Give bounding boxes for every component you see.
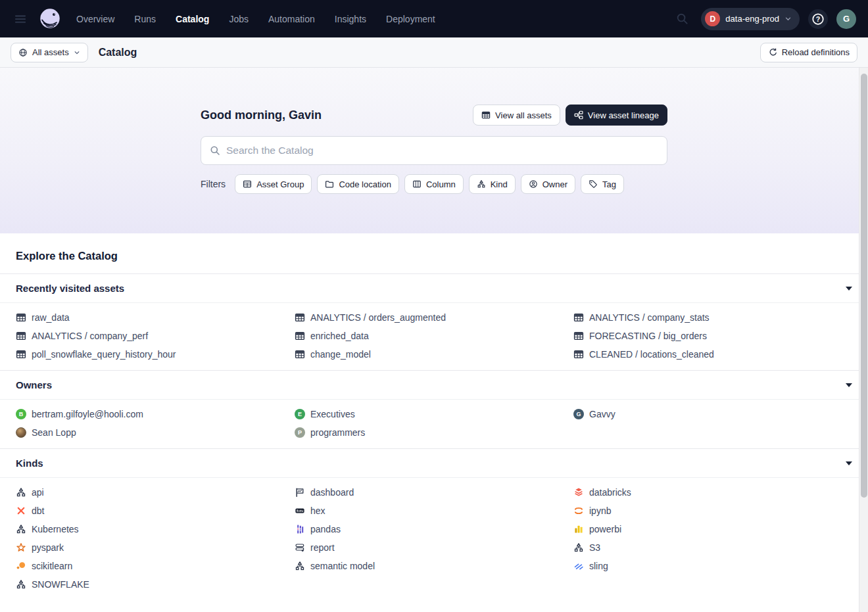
- owner-link[interactable]: GGavvy: [573, 405, 852, 423]
- owners-list: Bbertram.gilfoyle@hooli.com EExecutives …: [0, 400, 868, 448]
- pyspark-icon: [16, 542, 26, 553]
- kinds-header[interactable]: Kinds: [0, 449, 868, 478]
- folder-icon: [325, 179, 334, 189]
- table-icon: [16, 331, 26, 341]
- owner-link[interactable]: Sean Lopp: [16, 423, 295, 442]
- recently-visited-list: raw_data ANALYTICS / orders_augmented AN…: [0, 303, 868, 370]
- kind-link[interactable]: dbt: [16, 502, 295, 520]
- kinds-title: Kinds: [16, 458, 43, 469]
- reload-icon: [768, 48, 777, 57]
- asset-link[interactable]: FORECASTING / big_orders: [573, 327, 852, 345]
- hex-icon: [295, 506, 305, 516]
- owner-photo-avatar: [16, 427, 26, 438]
- page-title: Catalog: [99, 47, 137, 59]
- nav-item-catalog[interactable]: Catalog: [176, 14, 209, 24]
- kind-icon: [16, 487, 26, 498]
- nav-item-jobs[interactable]: Jobs: [229, 14, 249, 24]
- asset-link[interactable]: poll_snowflake_query_history_hour: [16, 345, 295, 364]
- asset-link[interactable]: enriched_data: [295, 327, 573, 345]
- kind-link[interactable]: scikitlearn: [16, 557, 295, 575]
- page-header: All assets Catalog Reload definitions: [0, 37, 868, 68]
- dbt-icon: [16, 506, 26, 516]
- kinds-section: Kinds api dashboard databricks dbt hex i…: [0, 448, 868, 600]
- nav-item-runs[interactable]: Runs: [134, 14, 156, 24]
- nav-item-automation[interactable]: Automation: [268, 14, 315, 24]
- view-all-assets-button[interactable]: View all assets: [473, 105, 560, 126]
- catalog-search-input[interactable]: [226, 145, 658, 156]
- owner-link[interactable]: Bbertram.gilfoyle@hooli.com: [16, 405, 295, 423]
- kind-link[interactable]: databricks: [573, 483, 852, 502]
- filter-kind[interactable]: Kind: [469, 174, 516, 194]
- catalog-search-box[interactable]: [201, 136, 667, 165]
- kind-link[interactable]: powerbi: [573, 520, 852, 538]
- kind-link[interactable]: dashboard: [295, 483, 573, 502]
- kind-link[interactable]: hex: [295, 502, 573, 520]
- asset-link[interactable]: ANALYTICS / company_perf: [16, 327, 295, 345]
- asset-link[interactable]: raw_data: [16, 308, 295, 327]
- owners-header[interactable]: Owners: [0, 371, 868, 400]
- kind-link[interactable]: semantic model: [295, 557, 573, 575]
- help-icon[interactable]: [808, 9, 828, 29]
- reload-definitions-button[interactable]: Reload definitions: [760, 43, 857, 62]
- view-asset-lineage-button[interactable]: View asset lineage: [566, 105, 667, 126]
- nav-item-overview[interactable]: Overview: [76, 14, 114, 24]
- kind-link[interactable]: Kubernetes: [16, 520, 295, 538]
- filter-asset-group[interactable]: Asset Group: [235, 174, 312, 194]
- filter-tag[interactable]: Tag: [581, 174, 624, 194]
- table-icon: [16, 349, 26, 360]
- asset-scope-label: All assets: [32, 47, 69, 57]
- explore-catalog-heading: Explore the Catalog: [16, 250, 852, 262]
- owners-section: Owners Bbertram.gilfoyle@hooli.com EExec…: [0, 370, 868, 448]
- hamburger-icon[interactable]: [9, 8, 32, 30]
- user-avatar[interactable]: G: [836, 9, 856, 29]
- collapse-caret-icon[interactable]: [846, 461, 852, 465]
- nav-item-deployment[interactable]: Deployment: [386, 14, 435, 24]
- report-icon: [295, 542, 305, 553]
- kind-icon: [573, 542, 584, 553]
- kind-icon: [295, 561, 305, 571]
- filter-code-location[interactable]: Code location: [317, 174, 399, 194]
- asset-link[interactable]: change_model: [295, 345, 573, 364]
- recently-visited-header[interactable]: Recently visited assets: [0, 274, 868, 303]
- recently-visited-title: Recently visited assets: [16, 283, 124, 294]
- owner-link[interactable]: EExecutives: [295, 405, 573, 423]
- kind-link[interactable]: sling: [573, 557, 852, 575]
- filter-owner[interactable]: Owner: [521, 174, 575, 194]
- table-icon: [481, 110, 491, 120]
- vertical-scrollbar-track[interactable]: [859, 68, 868, 612]
- asset-link[interactable]: ANALYTICS / orders_augmented: [295, 308, 573, 327]
- kind-link[interactable]: api: [16, 483, 295, 502]
- main-nav: Overview Runs Catalog Jobs Automation In…: [76, 14, 435, 24]
- owner-link[interactable]: Pprogrammers: [295, 423, 573, 442]
- kind-link[interactable]: pyspark: [16, 538, 295, 557]
- sling-icon: [573, 561, 584, 571]
- pandas-icon: [295, 524, 305, 534]
- deployment-switcher[interactable]: D data-eng-prod: [701, 8, 800, 30]
- kind-link[interactable]: ipynb: [573, 502, 852, 520]
- filter-column[interactable]: Column: [404, 174, 464, 194]
- table-icon: [295, 331, 305, 341]
- kind-icon: [477, 179, 486, 189]
- asset-link[interactable]: ANALYTICS / company_stats: [573, 308, 852, 327]
- kind-link[interactable]: S3: [573, 538, 852, 557]
- kind-icon: [16, 579, 26, 590]
- asset-link[interactable]: CLEANED / locations_cleaned: [573, 345, 852, 364]
- ipynb-icon: [573, 506, 584, 516]
- view-asset-lineage-label: View asset lineage: [588, 110, 659, 120]
- owners-title: Owners: [16, 379, 52, 390]
- collapse-caret-icon[interactable]: [846, 287, 852, 291]
- kind-link[interactable]: report: [295, 538, 573, 557]
- owner-avatar: P: [295, 427, 305, 438]
- nav-item-insights[interactable]: Insights: [335, 14, 366, 24]
- kind-link[interactable]: pandas: [295, 520, 573, 538]
- catalog-hero: Good morning, Gavin View all assets View…: [0, 68, 868, 233]
- search-icon[interactable]: [671, 9, 692, 30]
- deployment-name: data-eng-prod: [725, 14, 779, 24]
- collapse-caret-icon[interactable]: [846, 383, 852, 387]
- table-icon: [16, 312, 26, 323]
- asset-scope-selector[interactable]: All assets: [11, 43, 88, 62]
- dagster-octopus-logo[interactable]: [37, 6, 63, 32]
- kind-link[interactable]: SNOWFLAKE: [16, 575, 295, 594]
- vertical-scrollbar-thumb[interactable]: [861, 74, 867, 498]
- owner-avatar: G: [573, 409, 584, 419]
